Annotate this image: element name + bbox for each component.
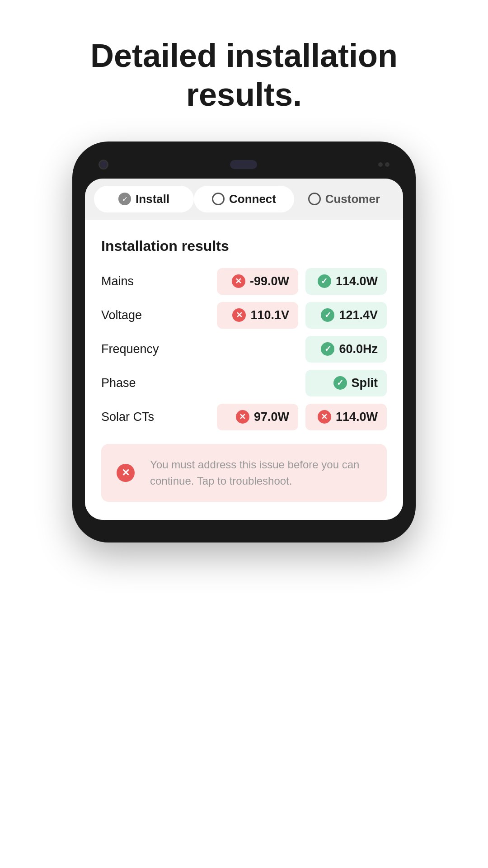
tab-customer[interactable]: Customer — [294, 186, 394, 212]
tab-install[interactable]: ✓ Install — [94, 186, 194, 212]
result-values-mains: ✕ -99.0W ✓ 114.0W — [190, 268, 387, 295]
result-values-frequency: ✓ 60.0Hz — [190, 336, 387, 363]
voltage-success-text: 121.4V — [339, 308, 378, 322]
success-icon-frequency: ✓ — [321, 342, 334, 356]
success-icon-voltage: ✓ — [321, 308, 334, 322]
result-row-frequency: Frequency ✓ 60.0Hz — [101, 336, 387, 363]
result-row-solar-cts: Solar CTs ✕ 97.0W ✕ 114.0W — [101, 404, 387, 430]
tab-customer-label: Customer — [325, 192, 380, 206]
result-row-voltage: Voltage ✕ 110.1V ✓ 121.4V — [101, 302, 387, 329]
phone-screen: ✓ Install Connect Customer Installation … — [85, 179, 403, 520]
success-icon-phase: ✓ — [333, 376, 347, 390]
solar-cts-value-error-2: ✕ 114.0W — [305, 404, 387, 430]
result-values-solar-cts: ✕ 97.0W ✕ 114.0W — [190, 404, 387, 430]
result-label-frequency: Frequency — [101, 342, 183, 356]
frequency-success-text: 60.0Hz — [339, 342, 378, 356]
phase-success-text: Split — [352, 376, 378, 390]
camera-icon — [99, 160, 108, 170]
mains-error-text: -99.0W — [250, 274, 289, 288]
section-title: Installation results — [101, 238, 387, 255]
warning-icon-box: ✕ — [112, 459, 139, 486]
solar-cts-error-text-2: 114.0W — [336, 410, 378, 424]
warning-text: You must address this issue before you c… — [150, 457, 376, 489]
success-icon-mains: ✓ — [318, 274, 331, 288]
mains-value-success: ✓ 114.0W — [305, 268, 387, 295]
speaker-icon — [230, 160, 257, 169]
phone-indicators — [378, 162, 389, 167]
result-label-mains: Mains — [101, 274, 183, 288]
error-icon-solar-cts-2: ✕ — [318, 410, 331, 424]
phase-value-success: ✓ Split — [305, 370, 387, 396]
indicator-dot — [385, 162, 389, 167]
voltage-value-error: ✕ 110.1V — [217, 302, 298, 329]
solar-cts-error-text-1: 97.0W — [254, 410, 289, 424]
voltage-error-text: 110.1V — [250, 308, 289, 322]
warning-box[interactable]: ✕ You must address this issue before you… — [101, 444, 387, 502]
screen-content: Installation results Mains ✕ -99.0W ✓ 11… — [85, 220, 403, 520]
mains-value-error: ✕ -99.0W — [217, 268, 298, 295]
customer-circle-icon — [308, 193, 321, 205]
frequency-value-success: ✓ 60.0Hz — [305, 336, 387, 363]
error-icon-solar-cts-1: ✕ — [236, 410, 249, 424]
result-label-solar-cts: Solar CTs — [101, 410, 183, 424]
voltage-value-success: ✓ 121.4V — [305, 302, 387, 329]
mains-success-text: 114.0W — [336, 274, 378, 288]
error-icon-voltage: ✕ — [232, 308, 246, 322]
result-label-phase: Phase — [101, 376, 183, 390]
result-label-voltage: Voltage — [101, 308, 183, 322]
result-values-phase: ✓ Split — [190, 370, 387, 396]
result-row-mains: Mains ✕ -99.0W ✓ 114.0W — [101, 268, 387, 295]
result-row-phase: Phase ✓ Split — [101, 370, 387, 396]
page-title: Detailed installation results. — [0, 36, 488, 114]
warning-error-icon: ✕ — [117, 464, 135, 482]
phone-device: ✓ Install Connect Customer Installation … — [72, 142, 416, 542]
result-values-voltage: ✕ 110.1V ✓ 121.4V — [190, 302, 387, 329]
indicator-dot — [378, 162, 383, 167]
phone-top-bar — [85, 155, 403, 179]
tab-connect-label: Connect — [229, 192, 276, 206]
tab-install-label: Install — [136, 192, 169, 206]
tab-bar: ✓ Install Connect Customer — [85, 179, 403, 220]
tab-connect[interactable]: Connect — [194, 186, 294, 212]
install-check-icon: ✓ — [118, 193, 131, 205]
connect-circle-icon — [212, 193, 225, 205]
error-icon-mains-1: ✕ — [232, 274, 245, 288]
solar-cts-value-error-1: ✕ 97.0W — [217, 404, 298, 430]
